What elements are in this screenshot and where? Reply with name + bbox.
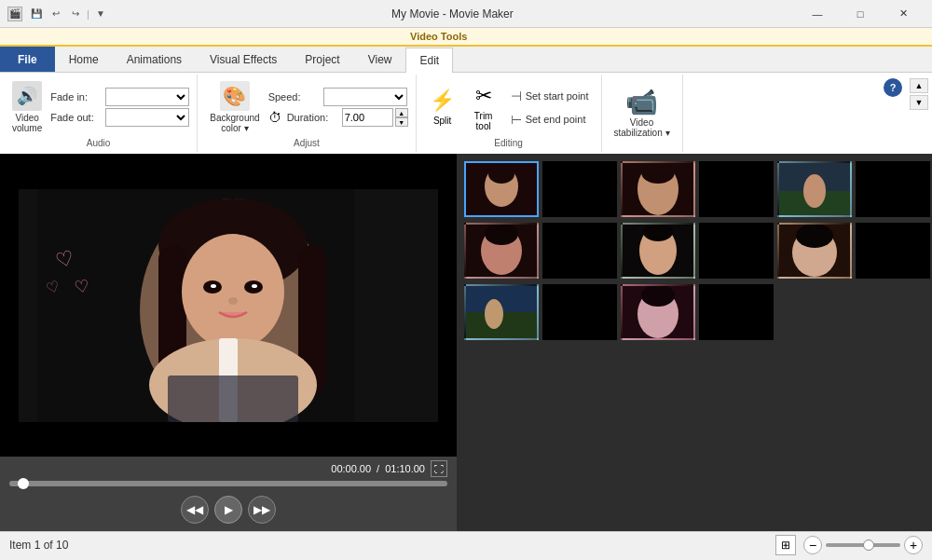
video-stab-icon: 📹 — [625, 87, 658, 117]
thumbnail-item[interactable] — [777, 161, 852, 217]
duration-spin-up[interactable]: ▲ — [395, 108, 408, 117]
undo-qat-button[interactable]: ↩ — [48, 6, 64, 22]
thumbnail-item[interactable] — [542, 223, 617, 279]
speed-select[interactable] — [323, 88, 407, 106]
thumbnail-item[interactable] — [464, 223, 539, 279]
forward-button[interactable]: ▶▶ — [248, 496, 276, 524]
thumb-svg — [779, 163, 850, 215]
fullscreen-button[interactable]: ⛶ — [431, 460, 447, 477]
thumb-svg — [466, 163, 537, 215]
fade-controls: Fade in: Fade out: — [50, 88, 189, 127]
help-button[interactable]: ? — [884, 78, 902, 97]
editing-group-content: ⚡ Split ✂ Trim tool ⊣ Set start point — [424, 78, 594, 136]
svg-point-11 — [252, 284, 257, 288]
thumbnail-item[interactable] — [856, 223, 930, 279]
split-button[interactable]: ⚡ Split — [424, 79, 461, 135]
video-display: ♡ ♡ ♡ — [19, 189, 438, 422]
svg-point-7 — [182, 234, 284, 349]
main-area: ♡ ♡ ♡ 00:00.00 / 01:10.00 ⛶ ◀ — [0, 154, 932, 531]
thumbnail-item[interactable] — [777, 223, 852, 279]
set-end-label: Set end point — [526, 114, 586, 125]
timeline-thumb[interactable] — [18, 478, 29, 489]
zoom-slider[interactable] — [826, 543, 900, 547]
thumbnail-item[interactable] — [464, 284, 539, 340]
status-right: ⊞ − + — [775, 535, 923, 555]
video-content-svg: ♡ ♡ ♡ — [19, 189, 438, 422]
set-end-point-button[interactable]: ⊢ Set end point — [506, 109, 594, 130]
speed-label: Speed: — [268, 91, 320, 102]
editing-group-label: Editing — [494, 138, 523, 148]
duration-spin-down[interactable]: ▼ — [395, 117, 408, 127]
fit-to-window-button[interactable]: ⊞ — [775, 535, 796, 555]
thumbnail-row-2 — [464, 223, 925, 279]
background-color-icon: 🎨 — [220, 81, 250, 111]
thumbnail-item[interactable] — [464, 161, 539, 217]
set-start-point-button[interactable]: ⊣ Set start point — [506, 86, 594, 106]
duration-spinner: ▲ ▼ — [395, 108, 408, 127]
minimize-button[interactable]: — — [796, 0, 839, 28]
tab-file[interactable]: File — [0, 47, 55, 72]
fade-in-row: Fade in: — [50, 88, 189, 106]
save-qat-button[interactable]: 💾 — [28, 6, 45, 22]
tab-visual-effects[interactable]: Visual Effects — [196, 47, 291, 72]
thumbnail-item[interactable] — [542, 284, 617, 340]
split-icon: ⚡ — [430, 89, 455, 113]
quick-access-toolbar: 💾 ↩ ↪ | ▼ — [28, 6, 109, 22]
rewind-button[interactable]: ◀◀ — [181, 496, 209, 524]
tab-animations[interactable]: Animations — [113, 47, 196, 72]
title-bar: 🎬 💾 ↩ ↪ | ▼ My Movie - Movie Maker — □ ✕ — [0, 0, 932, 28]
tab-home[interactable]: Home — [55, 47, 113, 72]
set-end-icon: ⊢ — [511, 112, 522, 127]
thumbnail-item[interactable] — [621, 223, 695, 279]
background-color-label: Backgroundcolor ▾ — [210, 113, 259, 133]
title-bar-icons: 🎬 — [7, 7, 22, 21]
trim-tool-button[interactable]: ✂ Trim tool — [465, 79, 502, 135]
duration-input[interactable] — [342, 108, 393, 127]
video-frame: ♡ ♡ ♡ — [0, 154, 457, 457]
thumbnail-item[interactable] — [856, 161, 930, 217]
time-separator: / — [377, 463, 379, 474]
tab-edit[interactable]: Edit — [405, 48, 453, 73]
time-display: 00:00.00 / 01:10.00 ⛶ — [9, 460, 447, 477]
thumb-svg — [623, 286, 693, 338]
maximize-button[interactable]: □ — [839, 0, 882, 28]
zoom-out-button[interactable]: − — [803, 536, 822, 554]
fade-in-select[interactable] — [105, 88, 189, 106]
fade-out-row: Fade out: — [50, 108, 189, 127]
zoom-in-button[interactable]: + — [904, 536, 923, 554]
background-color-button[interactable]: 🎨 Backgroundcolor ▾ — [205, 78, 264, 136]
editing-controls: ⚡ Split ✂ Trim tool ⊣ Set start point — [424, 79, 594, 135]
thumbnail-item[interactable] — [699, 223, 774, 279]
ribbon-collapse-button[interactable]: ▲ — [910, 78, 928, 93]
ribbon-expand-button[interactable]: ▼ — [910, 95, 928, 110]
app-icon: 🎬 — [7, 7, 22, 21]
set-start-icon: ⊣ — [511, 89, 522, 103]
play-button[interactable]: ▶ — [214, 496, 242, 524]
thumbnail-item[interactable] — [699, 284, 774, 340]
status-bar: Item 1 of 10 ⊞ − + — [0, 531, 932, 557]
duration-label: Duration: — [287, 112, 338, 123]
close-button[interactable]: ✕ — [882, 0, 925, 28]
thumbnail-item[interactable] — [542, 161, 617, 217]
zoom-slider-thumb[interactable] — [863, 540, 874, 551]
ribbon-content: 🔊 Videovolume Fade in: Fade out: — [0, 73, 932, 154]
set-points-col: ⊣ Set start point ⊢ Set end point — [506, 79, 594, 135]
fade-out-select[interactable] — [105, 108, 189, 127]
timeline-scrubber[interactable] — [9, 481, 447, 486]
thumbnail-panel — [457, 154, 932, 531]
thumbnail-row-1 — [464, 161, 925, 217]
ribbon-tab-bar: File Home Animations Visual Effects Proj… — [0, 47, 932, 73]
thumbnail-item[interactable] — [621, 284, 695, 340]
thumbnail-item[interactable] — [699, 161, 774, 217]
video-volume-button[interactable]: 🔊 Videovolume — [7, 78, 47, 136]
tab-project[interactable]: Project — [291, 47, 353, 72]
video-stabilization-button[interactable]: 📹 Videostabilization ▾ — [610, 85, 675, 141]
qat-dropdown-button[interactable]: ▼ — [92, 6, 109, 22]
redo-qat-button[interactable]: ↪ — [67, 6, 84, 22]
thumb-svg — [779, 225, 850, 277]
audio-group-content: 🔊 Videovolume Fade in: Fade out: — [7, 78, 189, 136]
tab-view[interactable]: View — [354, 47, 406, 72]
video-tools-context-bar: Video Tools — [0, 28, 932, 47]
thumbnail-item[interactable] — [621, 161, 695, 217]
video-volume-label: Videovolume — [12, 113, 42, 133]
